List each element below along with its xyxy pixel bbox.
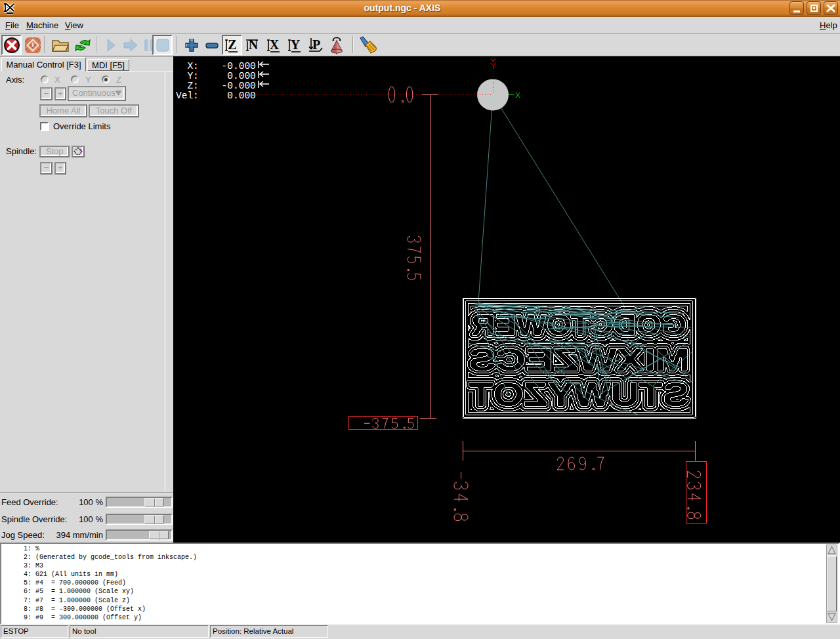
svg-text:Y: 0.000: Y: 0.000 — [176, 71, 256, 81]
svg-text:Y: Y — [290, 37, 300, 52]
svg-text:Vel: 0.000: Vel: 0.000 — [176, 91, 256, 101]
svg-text:X: -0.000: X: -0.000 — [176, 61, 256, 72]
svg-text:Z: -0.000: Z: -0.000 — [176, 81, 256, 91]
svg-text:Z: Z — [228, 37, 236, 52]
svg-text:X: X — [269, 37, 279, 52]
svg-text:P: P — [312, 37, 320, 52]
